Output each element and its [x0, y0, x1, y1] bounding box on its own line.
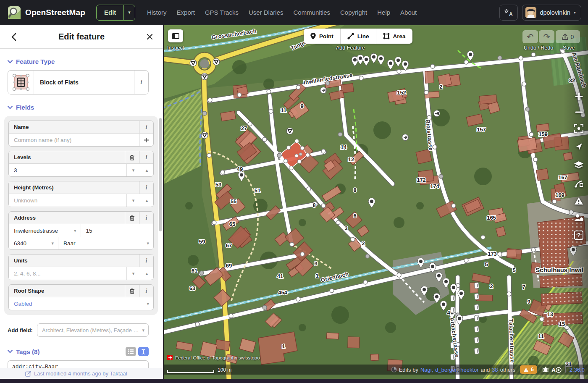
- roof-shape-remove-button[interactable]: [125, 285, 139, 297]
- tags-table-view-button[interactable]: [126, 347, 136, 356]
- undo-redo-label: Undo / Redo: [524, 45, 553, 51]
- version-link[interactable]: 2.36.0: [570, 367, 585, 373]
- svg-text:A: A: [509, 11, 513, 17]
- add-line-button[interactable]: Line: [340, 29, 376, 44]
- feature-type-section-header[interactable]: Feature Type: [8, 58, 155, 65]
- scale-bar: 100 m: [167, 367, 231, 373]
- edit-dropdown-caret[interactable]: ▾: [123, 5, 135, 20]
- house-number-label: 173: [488, 251, 497, 257]
- address-remove-button[interactable]: [125, 212, 139, 224]
- nav-user-diaries[interactable]: User Diaries: [249, 9, 284, 16]
- levels-input[interactable]: [9, 164, 126, 176]
- more-users-link[interactable]: 38: [492, 367, 498, 373]
- user-link[interactable]: d_berger,: [435, 367, 458, 373]
- zoom-in-button[interactable]: [572, 88, 585, 104]
- units-info-button[interactable]: i: [139, 254, 153, 267]
- map-canvas[interactable]: GrossacherbachTangente Zug-BInwilerrieds…: [164, 25, 588, 379]
- chevron-down-icon: [8, 350, 13, 353]
- zoom-out-button[interactable]: [572, 104, 585, 120]
- language-button[interactable]: A: [499, 5, 518, 21]
- tags-section-header[interactable]: Tags (8): [8, 347, 149, 356]
- nav-communities[interactable]: Communities: [293, 9, 330, 16]
- tags-text-editor[interactable]: addr:city=Baar: [8, 360, 149, 368]
- units-increment-button[interactable]: ▴: [140, 267, 153, 280]
- house-number-label: 6: [353, 212, 356, 219]
- address-housenumber-input[interactable]: [81, 224, 154, 237]
- house-number-label: 69: [226, 262, 232, 269]
- address-postcode-combo[interactable]: 6340▾: [9, 237, 58, 249]
- inspect-toggle-button[interactable]: [168, 29, 183, 42]
- name-add-language-button[interactable]: [139, 134, 153, 146]
- nav-history[interactable]: History: [147, 9, 167, 16]
- preset-card-block-of-flats[interactable]: Block of Flats i: [8, 70, 149, 94]
- redo-button[interactable]: ↷: [539, 30, 554, 43]
- help-button[interactable]: ?: [572, 226, 585, 244]
- geolocate-button[interactable]: [572, 137, 585, 156]
- levels-decrement-button[interactable]: ▾: [126, 164, 140, 176]
- fields-section-header[interactable]: Fields: [8, 104, 155, 111]
- undo-button[interactable]: ↶: [522, 30, 538, 43]
- save-button[interactable]: 0: [556, 30, 580, 43]
- table-view-icon: [128, 349, 134, 354]
- roof-shape-combo[interactable]: Gabled▾: [9, 297, 153, 310]
- issues-count-badge[interactable]: 6: [520, 365, 537, 374]
- user-link[interactable]: Nagi,: [420, 367, 433, 373]
- preferences-button[interactable]: [572, 209, 585, 226]
- nav-gps-tracks[interactable]: GPS Tracks: [205, 9, 239, 16]
- nav-export[interactable]: Export: [177, 9, 195, 16]
- warning-icon: [523, 367, 529, 372]
- roof-shape-info-button[interactable]: i: [139, 285, 153, 297]
- house-number-label: 8: [353, 187, 356, 193]
- issues-button[interactable]: [572, 192, 585, 209]
- levels-info-button[interactable]: i: [139, 151, 153, 163]
- osm-logo-brand[interactable]: OpenStreetMap: [8, 6, 85, 19]
- translate-status-icon[interactable]: A: [551, 367, 562, 373]
- address-street-combo[interactable]: Inwilerriedstrasse▾: [9, 224, 81, 237]
- nav-copyright[interactable]: Copyright: [340, 9, 367, 16]
- height-increment-button[interactable]: ▴: [140, 194, 153, 207]
- edit-button[interactable]: Edit: [97, 5, 123, 20]
- house-number-label: 2: [362, 240, 365, 247]
- address-info-button[interactable]: i: [139, 212, 153, 224]
- height-decrement-button[interactable]: ▾: [126, 194, 140, 207]
- units-input[interactable]: [9, 267, 126, 280]
- text-cursor-icon: [142, 349, 145, 354]
- add-feature-toolbar: Point Line Area: [304, 29, 412, 44]
- name-info-button[interactable]: i: [139, 121, 153, 133]
- user-link[interactable]: heektor: [460, 367, 478, 373]
- background-settings-button[interactable]: [572, 156, 585, 175]
- preset-info-button[interactable]: i: [134, 71, 148, 94]
- point-icon: [310, 33, 316, 39]
- add-area-button[interactable]: Area: [376, 29, 412, 44]
- units-decrement-button[interactable]: ▾: [126, 267, 140, 280]
- levels-remove-button[interactable]: [125, 151, 139, 163]
- tags-view-toggles: [126, 347, 149, 356]
- height-info-button[interactable]: i: [139, 181, 153, 194]
- add-point-button[interactable]: Point: [304, 29, 340, 44]
- last-modified-footer[interactable]: Last modified 4 months ago by Taktaal: [0, 368, 163, 379]
- map-data-button[interactable]: [572, 175, 585, 192]
- report-bug-icon[interactable]: [542, 367, 549, 373]
- brand-name: OpenStreetMap: [25, 8, 85, 17]
- sidebar-scrollbar[interactable]: [159, 118, 162, 231]
- close-button[interactable]: [144, 31, 155, 43]
- sidebar-layout-icon: [172, 33, 179, 39]
- house-number-label: 165: [487, 215, 496, 221]
- zoom-to-selection-button[interactable]: [572, 120, 585, 137]
- map-attribution[interactable]: Federal Office of Topography swisstopo: [167, 355, 260, 360]
- tags-text-view-button[interactable]: [138, 347, 149, 356]
- height-input[interactable]: [9, 194, 126, 207]
- add-field-select[interactable]: Architect, Elevation (Metres), Façade Co…: [37, 323, 149, 337]
- osm-logo-icon: [8, 6, 21, 19]
- save-count: 0: [571, 34, 574, 40]
- field-roof-shape: Roof Shape i Gabled▾: [8, 284, 154, 310]
- nav-help[interactable]: Help: [377, 9, 390, 16]
- svg-text:?: ?: [577, 232, 581, 239]
- back-button[interactable]: [8, 31, 19, 43]
- nav-about[interactable]: About: [400, 9, 417, 16]
- address-city-combo[interactable]: Baar▾: [58, 237, 153, 249]
- preset-area-icon: [8, 71, 34, 94]
- name-input[interactable]: [9, 134, 139, 146]
- user-menu-button[interactable]: dpolovinkin ▾: [522, 5, 581, 21]
- levels-increment-button[interactable]: ▴: [140, 164, 153, 176]
